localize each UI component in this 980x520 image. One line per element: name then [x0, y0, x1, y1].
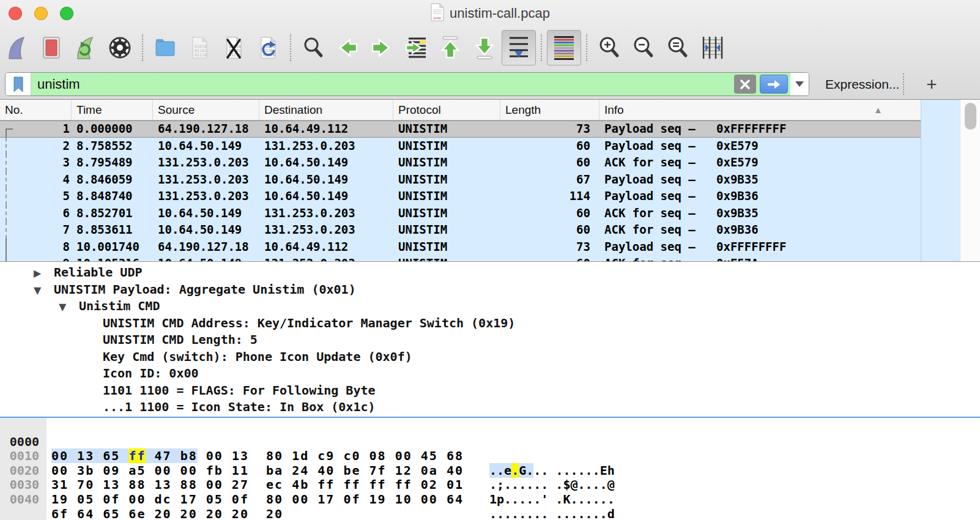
- colorize-icon: [551, 34, 577, 61]
- detail-text: Unistim CMD: [79, 299, 160, 313]
- column-header-destination[interactable]: Destination: [259, 100, 393, 120]
- hex-row[interactable]: 0040 6f 64 65 6e 20 20 20 20 20 oden: [0, 478, 980, 492]
- related-packet-mark-icon: [6, 255, 13, 261]
- folder-icon: [152, 34, 179, 61]
- column-header-length[interactable]: Length: [500, 100, 600, 120]
- packet-row[interactable]: 3 8.795489131.253.0.203 10.64.50.149UNIS…: [0, 154, 921, 171]
- column-header-info[interactable]: Info: [600, 100, 921, 120]
- related-packet-mark-icon: [6, 221, 13, 239]
- packet-row[interactable]: 1 0.00000064.190.127.18 10.64.49.112UNIS…: [0, 121, 921, 138]
- detail-row[interactable]: ▶Reliable UDP: [0, 264, 980, 281]
- zoom-window-button[interactable]: [60, 7, 73, 20]
- go-last-button[interactable]: [467, 31, 502, 65]
- packet-row[interactable]: 4 8.846059131.253.0.203 10.64.50.149UNIS…: [0, 171, 921, 188]
- column-header-source[interactable]: Source: [153, 100, 259, 120]
- capture-start-button[interactable]: [0, 31, 34, 65]
- collapsed-expander-icon[interactable]: ▶: [34, 265, 54, 282]
- expression-button[interactable]: Expression...: [825, 69, 899, 100]
- packet-list-header: No. Time Source Destination Protocol Len…: [0, 100, 921, 121]
- file-reload-button[interactable]: 010100110101110: [251, 31, 285, 65]
- packet-row[interactable]: 6 8.85270110.64.50.149 131.253.0.203UNIS…: [0, 205, 921, 222]
- hex-ascii[interactable]: ........ .......d: [489, 507, 615, 520]
- zoom-reset-button[interactable]: [661, 31, 695, 65]
- minimize-window-button[interactable]: [34, 7, 48, 20]
- filter-apply-button[interactable]: [760, 75, 788, 94]
- column-header-no[interactable]: No.: [0, 100, 72, 120]
- column-header-protocol[interactable]: Protocol: [393, 100, 500, 120]
- zoom-out-button[interactable]: [626, 31, 661, 65]
- packet-row-partial[interactable]: 9 10.10531610.64.50.149 131.253.0.203UNI…: [0, 255, 921, 261]
- file-open-button[interactable]: [148, 31, 182, 65]
- main-toolbar: 010100110101110 010100110101110 01010011…: [0, 27, 980, 69]
- hex-row[interactable]: 0030 19 05 0f 00 dc 17 05 0f 80 00 17 0f…: [0, 464, 980, 478]
- detail-text: UNISTIM Payload: Aggregate Unistim (0x01…: [54, 282, 356, 297]
- auto-scroll-icon: [505, 34, 532, 61]
- detail-row[interactable]: ▼UNISTIM Payload: Aggregate Unistim (0x0…: [0, 281, 980, 299]
- capture-options-button[interactable]: [103, 31, 137, 65]
- packet-rows: 1 0.00000064.190.127.18 10.64.49.112UNIS…: [0, 121, 921, 261]
- capture-stop-button[interactable]: [34, 31, 69, 65]
- packet-row[interactable]: 5 8.848740131.253.0.203 10.64.50.149UNIS…: [0, 188, 921, 205]
- detail-text: UNISTIM CMD Address: Key/Indicator Manag…: [103, 316, 515, 330]
- packet-list-scrollbar[interactable]: [960, 100, 980, 261]
- hex-row[interactable]: 0020 31 70 13 88 13 88 00 27 ec 4b ff ff…: [0, 449, 980, 464]
- scrollbar-thumb[interactable]: [965, 103, 976, 130]
- file-close-button[interactable]: 010100110101110: [217, 31, 251, 65]
- packet-list-minimap[interactable]: [921, 100, 960, 261]
- related-packet-mark-icon: [6, 154, 13, 171]
- related-packet-mark-icon: [6, 128, 13, 138]
- detail-text: Key Cmd (switch): Phone Icon Update (0x0…: [103, 349, 412, 364]
- close-file-icon: 010100110101110: [220, 34, 247, 61]
- zoom-out-icon: [630, 34, 657, 61]
- go-first-button[interactable]: [433, 31, 467, 65]
- detail-row[interactable]: Key Cmd (switch): Phone Icon Update (0x0…: [0, 349, 980, 366]
- auto-scroll-toggle[interactable]: [502, 30, 536, 65]
- hex-row[interactable]: 0010 00 3b 09 a5 00 00 fb 11 ba 24 40 be…: [0, 435, 980, 450]
- expanded-expander-icon[interactable]: ▼: [59, 299, 79, 316]
- detail-text: UNISTIM CMD Length: 5: [103, 332, 258, 347]
- column-header-time[interactable]: Time: [72, 100, 153, 120]
- zoom-in-button[interactable]: [592, 31, 626, 65]
- hex-bytes[interactable]: 6f 64 65 6e 20 20 20 20 20: [51, 507, 283, 520]
- display-filter-input[interactable]: unistim: [5, 72, 809, 96]
- packet-row[interactable]: 7 8.85361110.64.50.149 131.253.0.203UNIS…: [0, 221, 921, 239]
- go-to-packet-button[interactable]: [399, 31, 433, 65]
- colorize-toggle[interactable]: [547, 30, 581, 65]
- zoom-reset-icon: [664, 34, 691, 61]
- go-forward-button[interactable]: [365, 31, 399, 65]
- arrow-down-icon: [471, 34, 498, 61]
- hex-row[interactable]: 0000 00 13 65 ff 47 b8 00 13 80 1d c9 c0…: [0, 420, 980, 435]
- arrow-right-icon: [368, 34, 395, 61]
- packet-row[interactable]: 8 10.00174064.190.127.18 10.64.49.112UNI…: [0, 239, 921, 256]
- packet-row[interactable]: 2 8.75855210.64.50.149 131.253.0.203UNIS…: [0, 138, 921, 155]
- detail-row[interactable]: UNISTIM CMD Length: 5: [0, 332, 980, 349]
- filter-value[interactable]: unistim: [31, 76, 80, 92]
- hex-ascii[interactable]: 1p.....' .K......: [489, 492, 615, 507]
- detail-row[interactable]: ▼Unistim CMD: [0, 298, 980, 315]
- file-save-button[interactable]: 010100110101110: [182, 31, 217, 65]
- add-filter-button[interactable]: +: [919, 69, 944, 100]
- hex-offset: 0040: [0, 492, 39, 507]
- go-back-button[interactable]: [330, 31, 365, 65]
- find-packet-button[interactable]: [296, 31, 330, 65]
- sort-indicator-icon: ▲: [874, 100, 883, 121]
- arrow-left-icon: [334, 34, 361, 61]
- detail-row[interactable]: Icon ID: 0x00: [0, 365, 980, 382]
- hex-bytes[interactable]: 19 05 0f 00 dc 17 05 0f 80 00 17 0f 19 1…: [51, 492, 464, 507]
- filter-history-dropdown[interactable]: [790, 73, 809, 95]
- expanded-expander-icon[interactable]: ▼: [34, 282, 54, 299]
- detail-row[interactable]: UNISTIM CMD Address: Key/Indicator Manag…: [0, 315, 980, 332]
- shark-fin-icon: [4, 34, 31, 61]
- resize-columns-icon: [699, 34, 726, 61]
- close-window-button[interactable]: [9, 7, 22, 20]
- go-to-packet-icon: [403, 34, 429, 61]
- resize-columns-button[interactable]: [695, 31, 729, 65]
- filter-bookmark-button[interactable]: [6, 73, 31, 95]
- detail-row[interactable]: ...1 1100 = Icon State: In Box (0x1c): [0, 399, 980, 416]
- capture-restart-button[interactable]: [69, 31, 103, 65]
- packet-details-pane: ▶Reliable UDP ▼UNISTIM Payload: Aggregat…: [0, 262, 980, 417]
- detail-row[interactable]: 1101 1100 = FLAGS: For Following Byte: [0, 382, 980, 399]
- packet-list-pane: No. Time Source Destination Protocol Len…: [0, 100, 980, 262]
- stop-icon: [38, 34, 65, 61]
- filter-clear-button[interactable]: [734, 75, 756, 94]
